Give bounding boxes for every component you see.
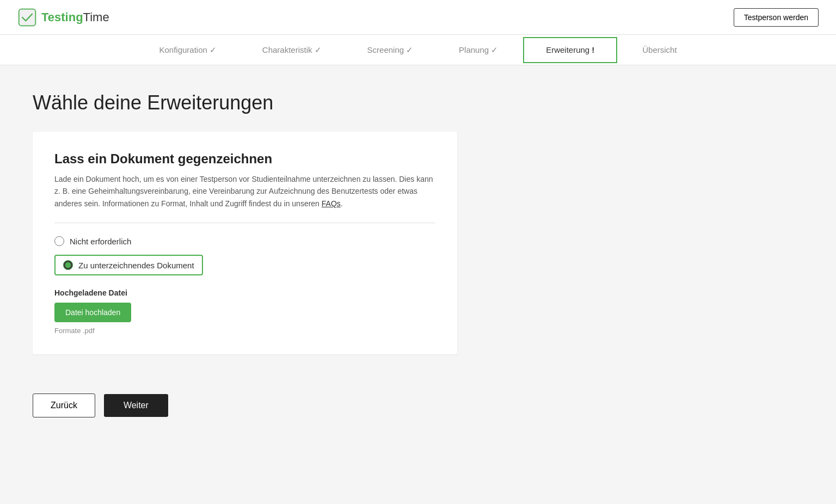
nav-label-charakteristik: Charakteristik xyxy=(262,45,312,54)
next-button[interactable]: Weiter xyxy=(104,394,168,417)
card-title: Lass ein Dokument gegenzeichnen xyxy=(54,151,435,167)
nav-item-erweiterung[interactable]: Erweiterung ! xyxy=(523,37,617,63)
nav-label-screening: Screening xyxy=(367,45,404,54)
footer: Zurück Weiter xyxy=(0,376,836,435)
radio-label-not-required: Nicht erforderlich xyxy=(70,237,131,246)
upload-button[interactable]: Datei hochladen xyxy=(54,303,131,322)
nav-label-konfiguration: Konfiguration xyxy=(159,45,207,54)
upload-format: Formate .pdf xyxy=(54,327,435,335)
back-button[interactable]: Zurück xyxy=(33,394,95,417)
nav-item-uebersicht[interactable]: Übersicht xyxy=(619,35,699,65)
logo-text: TestingTime xyxy=(41,10,109,24)
nav-item-planung[interactable]: Planung ✓ xyxy=(436,35,521,65)
main-content: Wähle deine Erweiterungen Lass ein Dokum… xyxy=(0,65,653,376)
logo: TestingTime xyxy=(17,8,109,27)
nav-check-planung: ✓ xyxy=(491,45,498,55)
card-description: Lade ein Dokument hoch, um es von einer … xyxy=(54,173,435,210)
nav-item-konfiguration[interactable]: Konfiguration ✓ xyxy=(136,35,239,65)
header: TestingTime Testperson werden xyxy=(0,0,836,35)
nav-item-charakteristik[interactable]: Charakteristik ✓ xyxy=(239,35,345,65)
svg-rect-0 xyxy=(19,8,36,26)
testperson-button[interactable]: Testperson werden xyxy=(734,8,819,27)
nav-check-konfiguration: ✓ xyxy=(210,45,217,55)
radio-input-not-required[interactable] xyxy=(54,236,64,246)
navigation: Konfiguration ✓ Charakteristik ✓ Screeni… xyxy=(0,35,836,65)
nav-check-charakteristik: ✓ xyxy=(315,45,322,55)
radio-selected-box: Zu unterzeichnendes Dokument xyxy=(54,255,203,275)
nav-excl-erweiterung: ! xyxy=(592,45,594,54)
nav-label-planung: Planung xyxy=(459,45,489,54)
logo-icon xyxy=(17,8,37,27)
faqs-link[interactable]: FAQs xyxy=(322,199,341,208)
nav-check-screening: ✓ xyxy=(406,45,413,55)
radio-option-not-required[interactable]: Nicht erforderlich xyxy=(54,236,435,246)
extension-card: Lass ein Dokument gegenzeichnen Lade ein… xyxy=(33,132,457,354)
nav-item-screening[interactable]: Screening ✓ xyxy=(345,35,437,65)
upload-section: Hochgeladene Datei Datei hochladen Forma… xyxy=(54,288,435,335)
nav-label-erweiterung: Erweiterung xyxy=(546,45,589,54)
page-title: Wähle deine Erweiterungen xyxy=(33,91,620,114)
upload-label: Hochgeladene Datei xyxy=(54,288,435,297)
radio-input-document[interactable] xyxy=(63,260,73,270)
radio-label-document: Zu unterzeichnendes Dokument xyxy=(78,261,194,270)
card-divider xyxy=(54,223,435,223)
nav-label-uebersicht: Übersicht xyxy=(642,45,677,54)
